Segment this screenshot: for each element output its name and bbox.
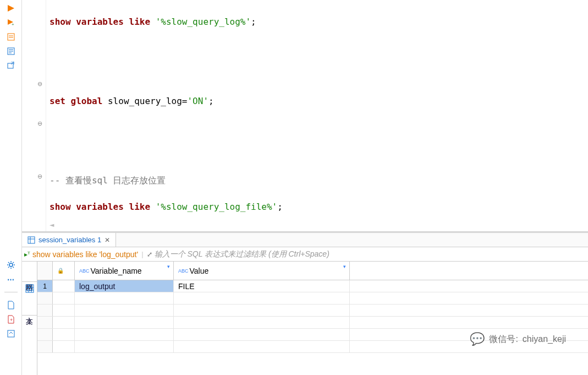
column-header-value[interactable]: ABC Value ▾ — [174, 262, 350, 280]
chevron-down-icon[interactable]: ▾ — [167, 264, 170, 269]
app-root: + ⋯ + ⊖ ⊖ ⊖ show variables like '%slow_q… — [0, 0, 588, 375]
fold-marker[interactable]: ⊖ — [37, 80, 42, 88]
cell[interactable] — [174, 329, 350, 340]
cell[interactable] — [53, 305, 75, 316]
type-tag: ABC — [178, 268, 189, 274]
cell[interactable] — [53, 280, 75, 292]
gear-icon[interactable] — [5, 259, 17, 271]
scroll-left-icon[interactable]: ◄ — [50, 218, 54, 231]
table-row[interactable] — [37, 329, 588, 341]
punct: ; — [208, 96, 214, 106]
toolbar-separator — [4, 292, 18, 292]
row-number[interactable]: 1 — [37, 280, 53, 292]
keyword: global — [71, 96, 103, 106]
result-tab[interactable]: session_variables 1 ✕ — [22, 233, 116, 247]
cell-variable-name[interactable]: log_output — [75, 280, 174, 292]
cell[interactable] — [53, 292, 75, 304]
fold-marker[interactable]: ⊖ — [37, 173, 42, 180]
string-literal: '%slow_query_log_file%' — [156, 202, 278, 212]
cell[interactable] — [174, 317, 350, 328]
view-mode-tabs: 网格 文本 — [22, 262, 37, 375]
tab-label: session_variables 1 — [39, 236, 101, 244]
file-icon[interactable] — [5, 299, 17, 311]
row-number[interactable] — [37, 341, 53, 352]
cell[interactable] — [174, 305, 350, 316]
run-icon[interactable] — [5, 2, 17, 14]
svg-point-12 — [9, 263, 13, 267]
svg-text:+: + — [10, 317, 13, 323]
grid-icon — [25, 284, 34, 293]
row-number[interactable] — [37, 317, 53, 328]
svg-line-19 — [8, 267, 9, 268]
lock-column[interactable]: 🔒 — [53, 262, 75, 280]
table-row[interactable] — [37, 317, 588, 329]
filter-placeholder[interactable]: 输入一个 SQL 表达式来过滤结果 (使用 Ctrl+Space) — [155, 249, 329, 259]
cell[interactable] — [75, 317, 174, 328]
column-header-variable-name[interactable]: ABC Variable_name ▾ — [75, 262, 174, 280]
grid-view-tab[interactable]: 网格 — [22, 262, 37, 282]
svg-text:+: + — [12, 22, 14, 26]
result-grid-zone: 网格 文本 🔒 ABC Variable_name ▾ ABC Value — [22, 262, 588, 375]
main-panel: ⊖ ⊖ ⊖ show variables like '%slow_query_l… — [22, 0, 588, 375]
cell[interactable] — [53, 329, 75, 340]
type-tag: ABC — [79, 268, 90, 274]
svg-line-18 — [13, 267, 14, 268]
table-row[interactable]: 1log_outputFILE — [37, 280, 588, 292]
chevron-down-icon[interactable]: ▾ — [343, 264, 346, 269]
keyword: variables — [76, 17, 124, 27]
keyword: variables — [76, 202, 124, 212]
svg-rect-23 — [28, 237, 35, 243]
editor-gutter: ⊖ ⊖ ⊖ — [22, 0, 46, 231]
text-view-tab[interactable]: 文本 — [22, 295, 37, 316]
cell[interactable] — [53, 341, 75, 352]
code-area[interactable]: show variables like '%slow_query_log%'; … — [46, 0, 588, 231]
execute-list-icon[interactable] — [5, 31, 17, 43]
cell[interactable] — [75, 329, 174, 340]
grid-corner[interactable] — [37, 262, 53, 280]
column-label: Value — [190, 267, 209, 275]
expand-icon[interactable]: ⤢ — [144, 251, 155, 258]
row-number[interactable] — [37, 305, 53, 316]
result-grid: 🔒 ABC Variable_name ▾ ABC Value ▾ 1log_o… — [37, 262, 588, 375]
svg-line-20 — [13, 262, 14, 263]
cell[interactable] — [75, 341, 174, 352]
export-icon[interactable] — [5, 59, 17, 72]
close-icon[interactable]: ✕ — [105, 236, 110, 244]
identifier: slow_query_log= — [108, 96, 188, 106]
cell-value[interactable]: FILE — [174, 280, 350, 292]
cell[interactable] — [53, 317, 75, 328]
svg-rect-22 — [8, 330, 14, 337]
lock-icon: 🔒 — [57, 268, 64, 274]
svg-line-17 — [8, 262, 9, 263]
svg-rect-3 — [8, 34, 14, 40]
cell[interactable] — [174, 341, 350, 352]
table-row[interactable] — [37, 292, 588, 305]
punct: ; — [277, 202, 283, 212]
execute-arrow-icon[interactable]: ▸ᵀ — [22, 251, 32, 258]
keyword: set — [50, 96, 65, 106]
row-number[interactable] — [37, 292, 53, 304]
run-new-icon[interactable]: + — [5, 17, 17, 29]
table-row[interactable] — [37, 341, 588, 353]
nav-icon[interactable] — [5, 328, 17, 340]
cell[interactable] — [75, 305, 174, 316]
explain-icon[interactable] — [5, 45, 17, 57]
svg-marker-0 — [8, 5, 14, 12]
executed-sql-text: show variables like 'log_output' — [32, 250, 138, 259]
table-row[interactable] — [37, 305, 588, 317]
cell[interactable] — [174, 292, 350, 304]
cell[interactable] — [75, 292, 174, 304]
more-icon[interactable]: ⋯ — [5, 273, 17, 285]
filter-bar: ▸ᵀ show variables like 'log_output' | ⤢ … — [22, 247, 588, 262]
fold-marker[interactable]: ⊖ — [37, 120, 42, 127]
sql-editor[interactable]: ⊖ ⊖ ⊖ show variables like '%slow_query_l… — [22, 0, 588, 231]
grid-header: 🔒 ABC Variable_name ▾ ABC Value ▾ — [37, 262, 588, 280]
table-icon — [28, 236, 35, 244]
comment: -- 查看慢sql 日志存放位置 — [50, 175, 166, 186]
result-tabbar: session_variables 1 ✕ — [22, 233, 588, 247]
row-number[interactable] — [37, 329, 53, 340]
svg-rect-26 — [26, 285, 34, 292]
grid-body: 1log_outputFILE — [37, 280, 588, 353]
file-plus-icon[interactable]: + — [5, 313, 17, 325]
punct: ; — [251, 17, 256, 27]
